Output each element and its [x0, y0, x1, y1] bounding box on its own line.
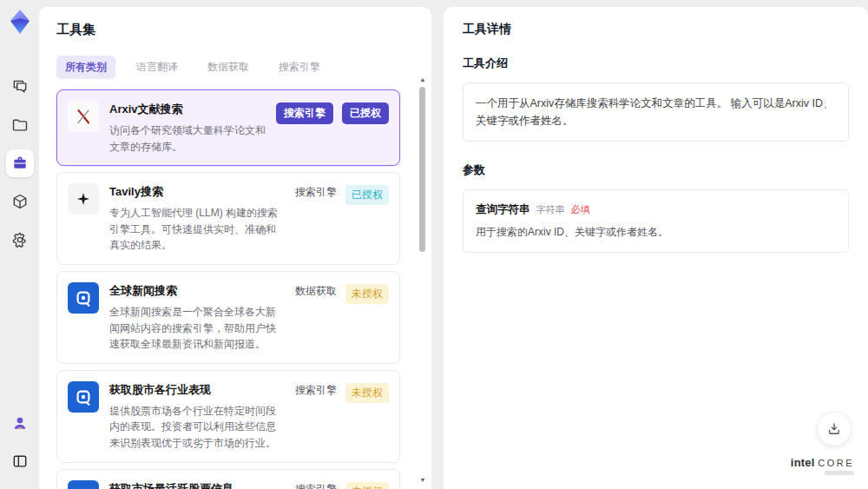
tab-data-fetch[interactable]: 数据获取: [199, 56, 258, 79]
tab-language-translation[interactable]: 语言翻译: [128, 56, 187, 79]
intel-wordmark: intel: [791, 456, 815, 469]
tool-details-panel: 工具详情 工具介绍 一个用于从Arxiv存储库搜索科学论文和文章的工具。 输入可…: [444, 7, 868, 489]
sidebar-item-tools[interactable]: [6, 149, 34, 177]
briefcase-icon: [11, 155, 29, 172]
category-label: 搜索引擎: [295, 185, 337, 200]
tool-description: 专为人工智能代理 (LLM) 构建的搜索引擎工具。可快速提供实时、准确和真实的结…: [109, 205, 285, 254]
sidebar-item-chat[interactable]: [6, 73, 34, 101]
download-button[interactable]: [818, 413, 851, 446]
stock-api-logo-icon: [68, 381, 99, 413]
gear-icon: [11, 231, 29, 248]
category-tabs: 所有类别 语言翻译 数据获取 搜索引擎: [56, 56, 414, 79]
tool-item-tavily[interactable]: Tavily搜索 专为人工智能代理 (LLM) 构建的搜索引擎工具。可快速提供实…: [56, 172, 400, 265]
parameter-type: 字符串: [536, 203, 565, 216]
download-icon: [826, 421, 842, 437]
details-title: 工具详情: [463, 22, 849, 37]
category-label: 搜索引擎: [295, 482, 337, 489]
category-tag[interactable]: 搜索引擎: [276, 102, 333, 124]
parameter-description: 用于搜索的Arxiv ID、关键字或作者姓名。: [476, 225, 836, 240]
scrollbar-thumb[interactable]: [419, 87, 425, 252]
stock-api-logo-icon: [68, 480, 99, 489]
folder-icon: [11, 116, 29, 134]
parameter-name: 查询字符串: [476, 202, 530, 217]
page-title: 工具集: [56, 22, 414, 38]
parameter-required-flag: 必填: [571, 203, 590, 216]
tool-item-active-stocks[interactable]: 获取市场最活跃股票信息 提供当天交易量最高的股票列表，投资者可以利用这些信息来识…: [56, 469, 400, 489]
intro-heading: 工具介绍: [463, 56, 849, 71]
tool-title: Tavily搜索: [109, 184, 285, 200]
auth-status-badge: 未授权: [345, 383, 389, 403]
app-sidebar: [0, 0, 39, 489]
auth-status-badge: 未授权: [345, 482, 389, 489]
sidebar-item-files[interactable]: [6, 111, 34, 139]
tab-search-engine[interactable]: 搜索引擎: [270, 56, 329, 79]
intel-core-logo: intel core: [791, 456, 854, 475]
tool-description: 全球新闻搜索是一个聚合全球各大新闻网站内容的搜索引擎，帮助用户快速获取全球最新资…: [109, 304, 285, 353]
news-search-logo-icon: [68, 282, 99, 314]
tool-list: Arxiv文献搜索 访问各个研究领域大量科学论文和文章的存储库。 搜索引擎 已授…: [56, 89, 414, 489]
app-logo-icon[interactable]: [9, 9, 31, 35]
tool-item-global-news[interactable]: 全球新闻搜索 全球新闻搜索是一个聚合全球各大新闻网站内容的搜索引擎，帮助用户快速…: [56, 271, 400, 364]
sidebar-item-account[interactable]: [6, 409, 34, 437]
category-label: 数据获取: [295, 284, 337, 299]
params-heading: 参数: [463, 162, 849, 178]
scroll-down-arrow[interactable]: ▼: [418, 475, 427, 484]
auth-status-badge[interactable]: 已授权: [342, 102, 389, 124]
sidebar-item-collapse[interactable]: [6, 447, 34, 475]
tab-all-categories[interactable]: 所有类别: [56, 56, 115, 79]
panel-toggle-icon: [11, 453, 29, 470]
category-label: 搜索引擎: [295, 383, 337, 398]
parameter-card: 查询字符串 字符串 必填 用于搜索的Arxiv ID、关键字或作者姓名。: [463, 189, 849, 253]
arxiv-logo-icon: [68, 101, 99, 132]
sidebar-item-settings[interactable]: [6, 226, 34, 254]
tool-title: 获取股市各行业表现: [109, 382, 285, 398]
package-icon: [11, 193, 29, 210]
tool-item-stock-sectors[interactable]: 获取股市各行业表现 提供股票市场各个行业在特定时间段内的表现。投资者可以利用这些…: [56, 370, 400, 463]
tools-panel: 工具集 所有类别 语言翻译 数据获取 搜索引擎 Arxiv文献搜索 访问各个研究…: [39, 7, 431, 489]
auth-status-badge: 未授权: [345, 284, 389, 304]
tool-title: 获取市场最活跃股票信息: [109, 481, 285, 489]
tavily-star-icon: [68, 183, 99, 215]
tool-title: Arxiv文献搜索: [109, 102, 266, 117]
sidebar-item-plugins[interactable]: [6, 188, 34, 215]
scroll-up-arrow[interactable]: ▲: [418, 75, 427, 83]
list-scrollbar[interactable]: ▲ ▼: [418, 75, 427, 484]
intel-core-sub-badge: [825, 471, 854, 475]
tool-intro-box: 一个用于从Arxiv存储库搜索科学论文和文章的工具。 输入可以是Arxiv ID…: [463, 83, 849, 142]
tool-item-arxiv[interactable]: Arxiv文献搜索 访问各个研究领域大量科学论文和文章的存储库。 搜索引擎 已授…: [56, 89, 400, 166]
tool-title: 全球新闻搜索: [109, 283, 285, 299]
user-avatar-icon: [11, 414, 29, 432]
tool-description: 提供股票市场各个行业在特定时间段内的表现。投资者可以利用这些信息来识别表现优于或…: [109, 403, 285, 452]
tool-description: 访问各个研究领域大量科学论文和文章的存储库。: [109, 122, 266, 155]
core-wordmark: core: [818, 458, 854, 468]
auth-status-badge: 已授权: [345, 185, 389, 205]
chat-icon: [11, 78, 29, 96]
